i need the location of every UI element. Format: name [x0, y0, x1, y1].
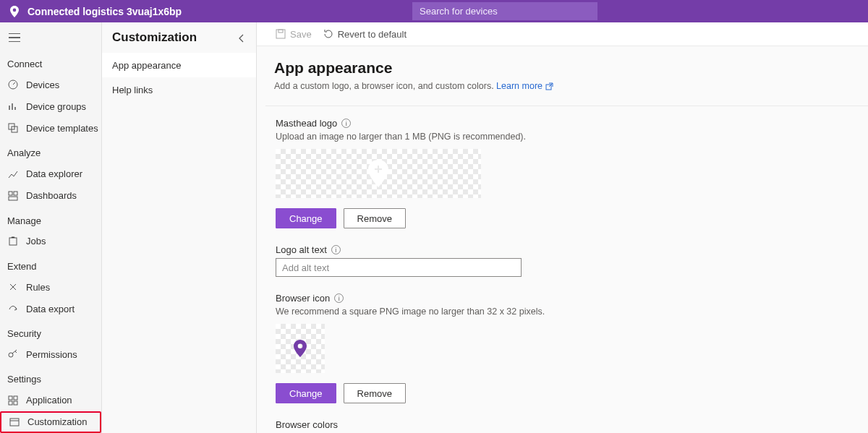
sidebar-item-label: Devices	[26, 80, 59, 90]
hamburger-icon	[9, 33, 20, 42]
export-icon	[7, 303, 19, 314]
svg-rect-8	[9, 396, 12, 400]
templates-icon	[7, 122, 19, 134]
submenu-item-help-links[interactable]: Help links	[102, 77, 256, 102]
sidebar-item-data-explorer[interactable]: Data explorer	[0, 163, 101, 184]
revert-button[interactable]: Revert to default	[323, 29, 407, 40]
customize-icon	[9, 416, 20, 428]
dashboard-icon	[7, 190, 19, 202]
sidebar-item-label: Data explorer	[26, 168, 82, 179]
svg-rect-13	[276, 30, 285, 38]
sidebar-item-label: Rules	[26, 282, 50, 293]
sidebar-item-label: Application	[26, 395, 72, 406]
key-icon	[7, 348, 19, 360]
sidebar-section-settings: Settings	[0, 365, 101, 389]
svg-rect-6	[9, 238, 17, 245]
sidebar-item-jobs[interactable]: Jobs	[0, 231, 101, 252]
page-title: App appearance	[274, 59, 868, 77]
logo-alt-input[interactable]	[276, 258, 522, 277]
svg-rect-14	[278, 30, 283, 33]
sidebar-item-devices[interactable]: Devices	[0, 74, 101, 95]
chevron-left-icon	[238, 34, 245, 43]
rules-icon	[7, 281, 19, 293]
submenu-title: Customization	[102, 22, 256, 53]
browser-icon-label: Browser icon i	[276, 293, 868, 304]
masthead-change-button[interactable]: Change	[276, 208, 336, 228]
sidebar-item-permissions[interactable]: Permissions	[0, 343, 101, 365]
content-toolbar: Save Revert to default	[257, 22, 868, 46]
sidebar-item-customization[interactable]: Customization	[0, 411, 101, 433]
sidebar-item-device-templates[interactable]: Device templates	[0, 117, 101, 139]
sidebar-section-manage: Manage	[0, 207, 101, 231]
sidebar-section-connect: Connect	[0, 50, 101, 74]
svg-rect-3	[9, 192, 12, 195]
learn-more-link[interactable]: Learn more	[496, 81, 553, 91]
browser-icon-remove-button[interactable]: Remove	[344, 383, 406, 403]
logo-alt-label: Logo alt text i	[276, 244, 868, 255]
sidebar-section-analyze: Analyze	[0, 139, 101, 163]
grid-icon	[7, 395, 19, 406]
sidebar-item-label: Customization	[27, 416, 87, 427]
content-pane: Save Revert to default App appearance Ad…	[257, 22, 868, 433]
jobs-icon	[7, 236, 19, 247]
sidebar-item-data-export[interactable]: Data export	[0, 298, 101, 320]
svg-rect-11	[14, 401, 17, 405]
browser-icon-change-button[interactable]: Change	[276, 383, 336, 403]
svg-rect-9	[14, 396, 17, 400]
info-icon[interactable]: i	[341, 119, 351, 128]
gauge-icon	[7, 79, 19, 90]
info-icon[interactable]: i	[331, 245, 341, 254]
bar-chart-icon	[7, 100, 19, 112]
submenu-item-app-appearance[interactable]: App appearance	[102, 53, 256, 77]
masthead-logo-helper: Upload an image no larger than 1 MB (PNG…	[276, 132, 868, 142]
browser-icon-helper: We recommend a square PNG image no large…	[276, 306, 868, 317]
app-header: Connected logistics 3vuaj1x6bp	[0, 0, 868, 22]
save-button[interactable]: Save	[276, 29, 312, 40]
search-input[interactable]	[412, 2, 597, 20]
revert-icon	[323, 29, 333, 39]
sidebar-item-device-groups[interactable]: Device groups	[0, 95, 101, 117]
page-subtitle: Add a custom logo, a browser icon, and c…	[274, 81, 868, 91]
browser-icon-preview	[276, 324, 325, 373]
masthead-logo-label: Masthead logo i	[276, 118, 868, 129]
location-pin-icon	[7, 6, 22, 17]
sidebar-item-label: Dashboards	[26, 190, 77, 201]
sidebar-item-label: Jobs	[26, 236, 46, 246]
logo-placeholder-pin-icon	[368, 160, 388, 187]
svg-rect-10	[9, 401, 12, 405]
info-icon[interactable]: i	[334, 293, 344, 303]
subtitle-text: Add a custom logo, a browser icon, and c…	[274, 81, 496, 91]
save-label: Save	[290, 29, 312, 40]
revert-label: Revert to default	[338, 29, 407, 40]
external-link-icon	[545, 82, 553, 90]
hamburger-button[interactable]	[0, 25, 101, 50]
submenu-item-label: App appearance	[112, 60, 181, 71]
app-title: Connected logistics 3vuaj1x6bp	[27, 6, 182, 17]
sidebar-item-label: Permissions	[26, 349, 77, 360]
masthead-remove-button[interactable]: Remove	[344, 208, 406, 228]
secondary-sidebar: Customization App appearance Help links	[102, 22, 257, 433]
sidebar-item-label: Device templates	[26, 123, 98, 134]
save-icon	[276, 29, 286, 39]
sidebar-section-security: Security	[0, 320, 101, 343]
sidebar-section-extend: Extend	[0, 252, 101, 276]
collapse-submenu-button[interactable]	[234, 31, 249, 46]
sidebar-item-application[interactable]: Application	[0, 389, 101, 411]
sidebar-item-rules[interactable]: Rules	[0, 276, 101, 298]
browser-colors-label: Browser colors	[276, 419, 868, 430]
sidebar-item-label: Data export	[26, 304, 75, 314]
primary-sidebar: Connect Devices Device groups Device tem…	[0, 22, 102, 433]
line-chart-icon	[7, 168, 19, 180]
svg-rect-5	[9, 197, 17, 200]
sidebar-item-label: Device groups	[26, 101, 86, 112]
search-container	[412, 2, 597, 20]
submenu-item-label: Help links	[112, 85, 153, 95]
svg-rect-4	[14, 192, 17, 195]
sidebar-item-dashboards[interactable]: Dashboards	[0, 185, 101, 207]
svg-rect-12	[10, 419, 19, 426]
favicon-pin-icon	[294, 340, 307, 357]
masthead-logo-preview	[276, 149, 481, 198]
